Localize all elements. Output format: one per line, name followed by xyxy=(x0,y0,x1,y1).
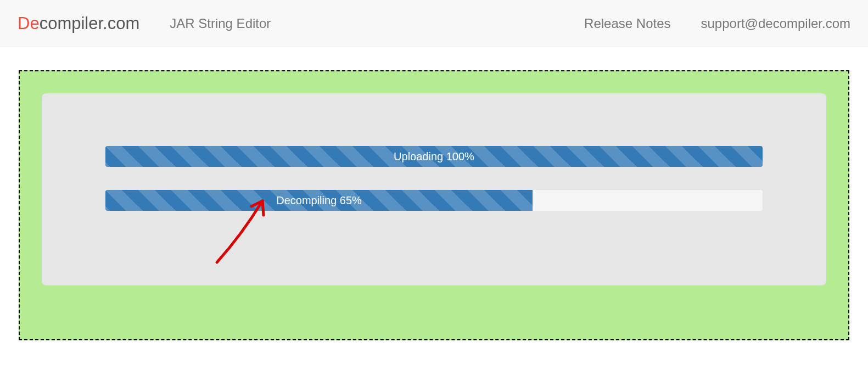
upload-panel: Uploading 100% Decompiling 65% xyxy=(42,93,826,285)
brand-rest-text: compiler.com xyxy=(40,14,140,33)
brand-accent-text: De xyxy=(18,14,40,33)
upload-progress-fill: Uploading 100% xyxy=(105,146,763,167)
decompile-progress-label: Decompiling 65% xyxy=(276,194,362,207)
decompile-progress-row: Decompiling 65% xyxy=(105,190,763,211)
navbar: Decompiler.com JAR String Editor Release… xyxy=(0,0,868,47)
upload-progress-label: Uploading 100% xyxy=(394,150,474,163)
brand-logo[interactable]: Decompiler.com xyxy=(18,14,139,33)
content-area: Uploading 100% Decompiling 65% xyxy=(0,47,868,340)
upload-progress-row: Uploading 100% xyxy=(105,146,763,167)
nav-link-release-notes[interactable]: Release Notes xyxy=(584,16,670,31)
decompile-progress-track: Decompiling 65% xyxy=(105,190,763,211)
nav-link-jar-string-editor[interactable]: JAR String Editor xyxy=(170,16,271,31)
nav-right: Release Notes support@decompiler.com xyxy=(584,16,850,31)
file-dropzone[interactable]: Uploading 100% Decompiling 65% xyxy=(19,70,849,340)
decompile-progress-fill: Decompiling 65% xyxy=(105,190,533,211)
upload-progress-track: Uploading 100% xyxy=(105,146,763,167)
nav-link-support-email[interactable]: support@decompiler.com xyxy=(701,16,850,31)
nav-left: JAR String Editor xyxy=(170,16,584,31)
